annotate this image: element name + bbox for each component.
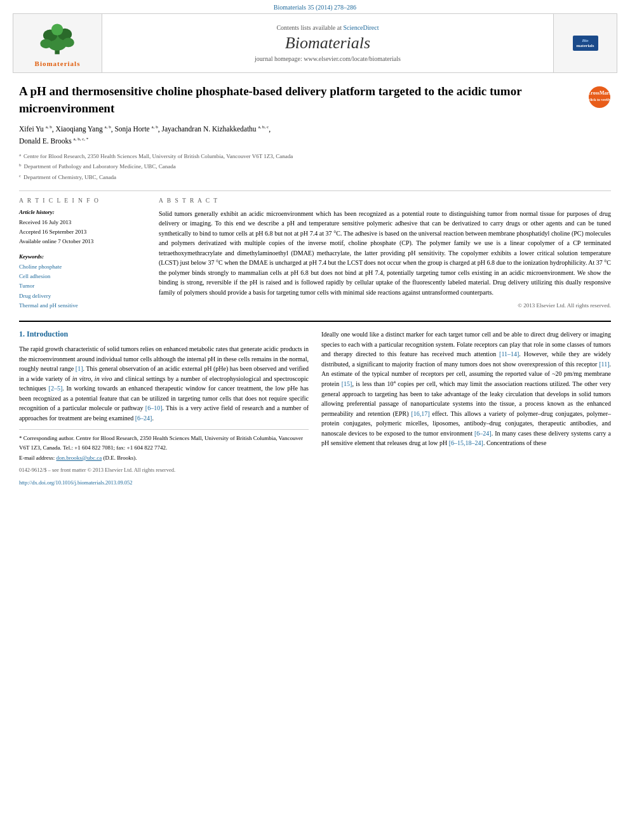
footnotes: * Corresponding author. Centre for Blood… [19,429,309,487]
received-date: Received 16 July 2013 [19,218,146,227]
elsevier-logo: Biomaterials [32,19,83,67]
homepage-url: www.elsevier.com/locate/biomaterials [304,55,401,62]
intro-paragraph-2: Ideally one would like a distinct marker… [321,330,611,448]
doi-line: http://dx.doi.org/10.1016/j.biomaterials… [19,479,309,488]
affil-a-text: Centre for Blood Research, 2350 Health S… [23,152,293,162]
corresponding-author-note: * Corresponding author. Centre for Blood… [19,434,309,452]
journal-title: Biomaterials [285,34,370,53]
email-footnote: E-mail address: don.brooks@ubc.ca (D.E. … [19,453,309,462]
keyword-2: Cell adhesion [19,272,146,281]
keyword-1: Choline phosphate [19,262,146,272]
ref-6-24b[interactable]: [6–24] [474,430,492,437]
keyword-5: Thermal and pH sensitive [19,301,146,310]
ref-6-24a[interactable]: [6–24] [135,415,152,422]
intro-heading: 1. Introduction [19,330,309,339]
journal-citation-text: Biomaterials 35 (2014) 278–286 [274,4,356,11]
keyword-4: Drug delivery [19,291,146,301]
accepted-date: Accepted 16 September 2013 [19,227,146,237]
authors: Xifei Yu a, b, Xiaoqiang Yang a, b, Sonj… [19,123,611,147]
journal-header: Biomaterials Contents lists available at… [13,13,617,73]
crossmark-badge-icon: CrossMark click to verify [588,86,611,109]
keywords-heading: Keywords: [19,253,146,260]
journal-homepage: journal homepage: www.elsevier.com/locat… [255,55,401,62]
affil-c-text: Department of Chemistry, UBC, Canada [23,173,116,183]
intro-paragraph-1: The rapid growth characteristic of solid… [19,344,309,423]
affiliations: a Centre for Blood Research, 2350 Health… [19,152,611,183]
article-history: Article history: Received 16 July 2013 A… [19,209,146,247]
affil-c: c Department of Chemistry, UBC, Canada [19,173,611,183]
elsevier-wordmark: Biomaterials [35,60,81,67]
body-content: 1. Introduction The rapid growth charact… [19,330,611,487]
elsevier-tree-icon [32,19,83,57]
author-brooks: Donald E. Brooks a, b, c, * [19,137,88,145]
article-info-col: A R T I C L E I N F O Article history: R… [19,197,146,310]
email-link[interactable]: don.brooks@ubc.ca [56,455,102,461]
affil-b-text: Department of Pathology and Laboratory M… [24,162,176,172]
ref-11-14[interactable]: [11–14] [499,350,519,357]
ref-6-10[interactable]: [6–10] [145,404,163,411]
online-date: Available online 7 October 2013 [19,237,146,246]
ref-11b[interactable]: [11] [599,361,609,368]
science-direct-info: Contents lists available at ScienceDirec… [276,24,379,31]
issn-line: 0142-9612/$ – see front matter © 2013 El… [19,466,309,475]
copyright-line: © 2013 Elsevier Ltd. All rights reserved… [159,302,611,309]
body-left-col: 1. Introduction The rapid growth charact… [19,330,309,487]
science-direct-link[interactable]: ScienceDirect [343,24,379,31]
abstract-label: A B S T R A C T [159,197,611,204]
ref-15[interactable]: [15] [342,380,352,387]
affil-a: a Centre for Blood Research, 2350 Health… [19,152,611,162]
article-title-container: A pH and thermosensitive choline phospha… [19,83,611,117]
svg-text:click to verify: click to verify [589,98,611,102]
affil-c-sup: c [19,173,21,183]
abstract-text: Solid tumors generally exhibit an acidic… [159,209,611,298]
author-xifei: Xifei Yu a, b, Xiaoqiang Yang a, b, Sonj… [19,125,271,133]
svg-point-4 [40,39,51,48]
abstract-col: A B S T R A C T Solid tumors generally e… [159,197,611,310]
journal-center-info: Contents lists available at ScienceDirec… [102,14,553,72]
journal-citation: Biomaterials 35 (2014) 278–286 [0,0,630,13]
page-wrapper: Biomaterials 35 (2014) 278–286 Biomateri… [0,0,630,494]
article-title-text: A pH and thermosensitive choline phospha… [19,83,588,117]
affil-b: b Department of Pathology and Laboratory… [19,162,611,172]
ref-1[interactable]: [1] [76,365,83,372]
biomaterials-badge: Bio materials [573,36,598,51]
affil-a-sup: a [19,152,21,162]
keyword-3: Tumor [19,281,146,291]
doi-link[interactable]: http://dx.doi.org/10.1016/j.biomaterials… [19,479,133,486]
homepage-label: journal homepage: [255,55,302,62]
body-right-col: Ideally one would like a distinct marker… [321,330,611,487]
ref-6-24c[interactable]: [6–15,18–24] [449,439,483,446]
article-meta-section: A R T I C L E I N F O Article history: R… [19,197,611,310]
ref-2-5[interactable]: [2–5] [49,385,63,392]
journal-right-logo: Bio materials [553,14,617,72]
header-divider [19,190,611,191]
keywords-section: Keywords: Choline phosphate Cell adhesio… [19,253,146,310]
ref-16-17[interactable]: [16,17] [411,410,429,417]
history-heading: Article history: [19,209,146,215]
affil-b-sup: b [19,162,22,172]
contents-available-text: Contents lists available at [276,24,341,31]
svg-point-6 [51,23,62,35]
svg-text:CrossMark: CrossMark [588,90,611,96]
issn-text: 0142-9612/$ – see front matter © 2013 El… [19,467,175,473]
body-divider [19,321,611,322]
main-content: A pH and thermosensitive choline phospha… [0,73,630,494]
elsevier-logo-container: Biomaterials [13,14,102,72]
article-info-label: A R T I C L E I N F O [19,197,146,204]
svg-point-5 [62,38,74,48]
